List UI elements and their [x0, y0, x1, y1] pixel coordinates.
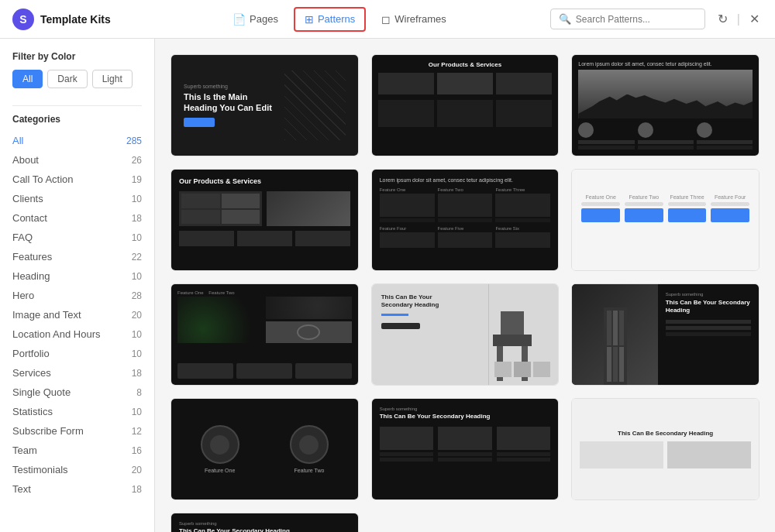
pattern-card-7[interactable]: Feature One Feature Two [170, 283, 359, 386]
thumb-text-1: Superb something This Is the Main Headin… [184, 84, 277, 128]
hero-bg-image [284, 70, 346, 140]
nav-patterns-label: Patterns [318, 13, 355, 25]
pattern-thumbnail-3: Lorem ipsum dolor sit amet, consec tetur… [572, 55, 759, 156]
pattern-card-6[interactable]: Feature One Feature Two Feature Three [571, 169, 760, 271]
category-services[interactable]: Services 18 [12, 363, 142, 383]
nav-wireframes-label: Wireframes [394, 13, 446, 25]
nav-pages[interactable]: 📄 Pages [222, 7, 289, 32]
pattern-card-8[interactable]: This Can Be Your Secondary Heading [371, 283, 560, 386]
patterns-icon: ⊞ [305, 13, 314, 26]
app-name: Template Kits [40, 13, 111, 26]
category-single-quote[interactable]: Single Quote 8 [12, 383, 142, 402]
category-contact[interactable]: Contact 18 [12, 208, 142, 228]
pattern-card-9[interactable]: Superb something This Can Be Your Second… [571, 283, 760, 386]
pattern-thumbnail-5: Lorem ipsum dolor sit amet, consec tetur… [372, 170, 559, 270]
category-location-hours[interactable]: Location And Hours 10 [12, 324, 142, 344]
pattern-thumbnail-10: Feature One Feature Two [171, 399, 358, 499]
pattern-card-12[interactable]: This Can Be Secondary Heading [571, 398, 760, 500]
nav-wireframes[interactable]: ◻ Wireframes [370, 7, 456, 32]
sidebar: Filter by Color All Dark Light Categorie… [0, 39, 155, 532]
main-layout: Filter by Color All Dark Light Categorie… [0, 39, 775, 532]
filter-dark[interactable]: Dark [47, 70, 87, 88]
category-features[interactable]: Features 22 [12, 247, 142, 266]
category-team[interactable]: Team 16 [12, 441, 142, 460]
pages-icon: 📄 [232, 13, 246, 26]
nav-pages-label: Pages [250, 13, 278, 25]
app-logo: S Template Kits [12, 9, 129, 30]
pattern-thumbnail-6: Feature One Feature Two Feature Three [572, 170, 759, 270]
close-button[interactable]: ✕ [746, 9, 763, 29]
filter-title: Filter by Color [12, 51, 142, 62]
separator: | [737, 12, 740, 26]
pattern-card-10[interactable]: Feature One Feature Two [170, 398, 359, 500]
categories-section: Categories All 285 About 26 Call To Acti… [0, 114, 154, 499]
pattern-card-11[interactable]: Superb something This Can Be Your Second… [371, 398, 560, 500]
header-actions: ↻ | ✕ [715, 9, 763, 29]
pattern-thumbnail-1: Superb something This Is the Main Headin… [171, 55, 358, 156]
pattern-card-2[interactable]: Our Products & Services [371, 54, 560, 156]
categories-title: Categories [12, 114, 142, 125]
pattern-thumbnail-12: This Can Be Secondary Heading [572, 399, 759, 499]
category-testimonials[interactable]: Testimonials 20 [12, 460, 142, 479]
search-input[interactable] [576, 14, 684, 25]
category-portfolio[interactable]: Portfolio 10 [12, 344, 142, 363]
category-clients[interactable]: Clients 10 [12, 189, 142, 208]
category-heading[interactable]: Heading 10 [12, 266, 142, 286]
category-statistics[interactable]: Statistics 10 [12, 402, 142, 421]
pattern-thumbnail-13: Superb something This Can Be Your Second… [171, 513, 358, 532]
app-header: S Template Kits 📄 Pages ⊞ Patterns ◻ Wir… [0, 0, 775, 39]
filter-all[interactable]: All [12, 70, 43, 88]
sidebar-divider [12, 105, 142, 106]
pattern-thumbnail-4: Our Products & Services [171, 170, 358, 270]
pattern-thumbnail-8: This Can Be Your Secondary Heading [372, 284, 559, 385]
pattern-thumbnail-7: Feature One Feature Two [171, 284, 358, 385]
pattern-card-13[interactable]: Superb something This Can Be Your Second… [170, 513, 359, 532]
nav-patterns[interactable]: ⊞ Patterns [294, 7, 366, 32]
pattern-thumbnail-11: Superb something This Can Be Your Second… [372, 399, 559, 499]
category-text[interactable]: Text 18 [12, 479, 142, 499]
pattern-card-3[interactable]: Lorem ipsum dolor sit amet, consec tetur… [571, 54, 760, 156]
refresh-button[interactable]: ↻ [715, 9, 731, 29]
pattern-card-5[interactable]: Lorem ipsum dolor sit amet, consec tetur… [371, 169, 560, 271]
filter-light[interactable]: Light [92, 70, 133, 88]
category-faq[interactable]: FAQ 10 [12, 228, 142, 247]
pattern-thumbnail-9: Superb something This Can Be Your Second… [572, 284, 759, 385]
filter-section: Filter by Color All Dark Light [0, 51, 154, 98]
category-subscribe-form[interactable]: Subscribe Form 12 [12, 421, 142, 441]
category-all[interactable]: All 285 [12, 131, 142, 150]
patterns-content: Superb something This Is the Main Headin… [155, 39, 775, 532]
category-about[interactable]: About 26 [12, 150, 142, 170]
search-icon: 🔍 [559, 13, 571, 25]
logo-icon: S [12, 9, 34, 30]
wireframes-icon: ◻ [381, 13, 391, 26]
cta-button-thumb [184, 118, 215, 127]
category-image-text[interactable]: Image and Text 20 [12, 305, 142, 324]
filter-buttons: All Dark Light [12, 70, 142, 88]
category-call-to-action[interactable]: Call To Action 19 [12, 170, 142, 189]
pattern-thumbnail-2: Our Products & Services [372, 55, 559, 156]
patterns-grid: Superb something This Is the Main Headin… [170, 54, 760, 532]
category-hero[interactable]: Hero 28 [12, 286, 142, 305]
pattern-card-4[interactable]: Our Products & Services [170, 169, 359, 271]
pattern-card-1[interactable]: Superb something This Is the Main Headin… [170, 54, 359, 156]
main-nav: 📄 Pages ⊞ Patterns ◻ Wireframes [129, 7, 550, 32]
search-container: 🔍 [550, 9, 705, 29]
